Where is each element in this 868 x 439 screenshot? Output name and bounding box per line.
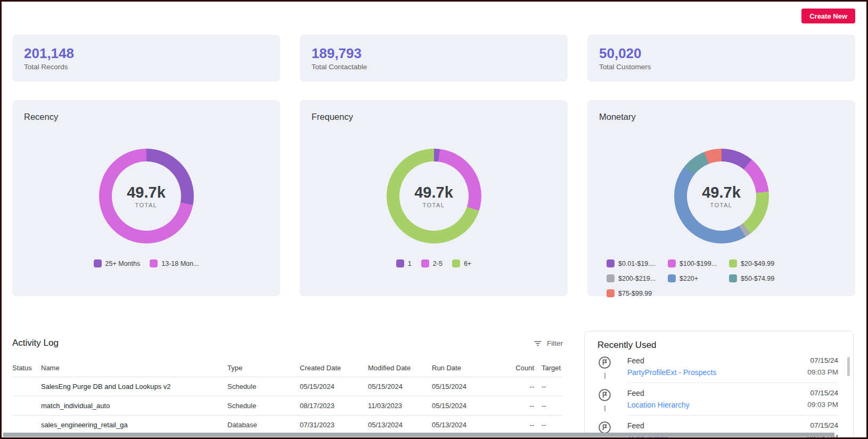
col-header-count: Count — [501, 364, 534, 372]
legend-item[interactable]: $0.01-$19.... — [607, 259, 668, 267]
col-header-target: Target — [534, 364, 563, 372]
chart-title: Monetary — [599, 112, 844, 122]
legend-label: $200-$219... — [618, 275, 656, 282]
legend-label: $0.01-$19.... — [618, 260, 656, 267]
legend-swatch — [668, 259, 676, 267]
legend-swatch — [607, 274, 615, 282]
legend-label: $20-$49.99 — [741, 260, 774, 267]
recently-used-panel: Recently Used Feed PartyProfileExt - Pro… — [584, 331, 854, 439]
item-time: 09:03 PM — [807, 367, 838, 378]
monetary-legend: $0.01-$19.... $100-$199... $20-$49.99 $2… — [599, 259, 844, 297]
legend-item[interactable]: $20-$49.99 — [729, 259, 790, 267]
feed-icon — [597, 388, 627, 402]
timeline-connector — [604, 405, 605, 411]
donut-total-label: TOTAL — [423, 202, 445, 208]
row-modified: 05/15/2024 — [368, 383, 432, 391]
row-count: -- — [501, 421, 534, 429]
row-target: -- — [534, 421, 563, 429]
legend-item[interactable]: 25+ Months — [94, 259, 141, 267]
activity-log-table: Status Name Type Created Date Modified D… — [12, 359, 563, 435]
row-type: Schedule — [227, 383, 300, 391]
charts-row: Recency 49.7k TOTAL 25+ Months 13-18 Mon… — [12, 100, 855, 296]
legend-swatch — [94, 259, 102, 267]
table-row[interactable]: match_individual_auto Schedule 08/17/202… — [12, 396, 563, 416]
legend-swatch — [607, 289, 615, 297]
recency-donut-chart[interactable]: 49.7k TOTAL — [99, 149, 194, 243]
col-header-created: Created Date — [300, 364, 368, 372]
legend-item[interactable]: 1 — [396, 259, 412, 267]
item-date: 07/15/24 — [807, 420, 838, 431]
legend-swatch — [150, 259, 158, 267]
legend-item[interactable]: $50-$74.99 — [729, 274, 790, 282]
row-type: Schedule — [227, 402, 300, 410]
frequency-donut-chart[interactable]: 49.7k TOTAL — [387, 149, 481, 243]
stat-label: Total Customers — [599, 63, 844, 71]
legend-item[interactable]: $100-$199... — [668, 259, 729, 267]
row-created: 08/17/2023 — [300, 402, 368, 410]
activity-log-title: Activity Log — [12, 338, 59, 348]
legend-label: 1 — [408, 260, 412, 267]
recently-used-title: Recently Used — [597, 340, 840, 351]
item-date: 07/15/24 — [807, 355, 838, 366]
recently-used-item: Feed Location Hierarchy 07/15/24 09:03 P… — [597, 383, 840, 416]
legend-item[interactable]: $220+ — [668, 274, 729, 282]
donut-center: 49.7k TOTAL — [674, 149, 769, 243]
row-name: match_individual_auto — [41, 402, 227, 410]
item-time: 09:03 PM — [807, 400, 838, 410]
timeline-connector — [604, 373, 605, 379]
stat-card-total-customers: 50,020 Total Customers — [587, 35, 855, 82]
legend-label: $220+ — [679, 275, 698, 282]
stat-label: Total Contactable — [312, 63, 556, 71]
legend-swatch — [668, 274, 676, 282]
chart-title: Frequency — [312, 112, 556, 122]
legend-swatch — [729, 259, 737, 267]
filter-button[interactable]: Filter — [533, 338, 563, 348]
legend-item[interactable]: 6+ — [452, 259, 471, 267]
row-created: 05/15/2024 — [300, 383, 368, 391]
table-row[interactable]: SalesEng Purge DB and Load Lookups v2 Sc… — [12, 377, 563, 396]
legend-label: 13-18 Mon... — [161, 260, 199, 267]
legend-item[interactable]: $75-$99.99 — [607, 289, 668, 297]
legend-swatch — [421, 259, 429, 267]
row-type: Database — [227, 421, 300, 429]
recently-used-scrollbar[interactable] — [847, 357, 850, 376]
col-header-run: Run Date — [432, 364, 501, 372]
feed-icon — [597, 355, 627, 370]
legend-swatch — [452, 259, 460, 267]
legend-label: 6+ — [464, 260, 471, 267]
legend-label: 25+ Months — [105, 260, 141, 267]
stat-card-total-contactable: 189,793 Total Contactable — [300, 35, 568, 82]
legend-item[interactable]: $200-$219... — [607, 274, 668, 282]
stat-card-total-records: 201,148 Total Records — [12, 35, 280, 82]
item-link[interactable]: Location Hierarchy — [627, 400, 690, 410]
row-count: -- — [501, 402, 534, 410]
col-header-name: Name — [41, 364, 227, 372]
frequency-legend: 1 2-5 6+ — [312, 259, 556, 267]
filter-icon — [533, 338, 543, 348]
item-type: Feed — [627, 388, 807, 399]
row-target: -- — [534, 402, 563, 410]
donut-total-label: TOTAL — [710, 202, 733, 208]
row-run: 05/15/2024 — [432, 402, 501, 410]
table-row[interactable]: sales_engineering_retail_ga Database 07/… — [12, 416, 563, 435]
monetary-donut-chart[interactable]: 49.7k TOTAL — [674, 149, 769, 243]
legend-swatch — [607, 259, 615, 267]
create-new-button[interactable]: Create New — [801, 9, 855, 23]
item-link[interactable]: PartyProfileExt - Prospects — [627, 367, 716, 378]
col-header-modified: Modified Date — [368, 364, 432, 372]
row-count: -- — [501, 383, 534, 391]
legend-item[interactable]: 13-18 Mon... — [150, 259, 199, 267]
chart-title: Recency — [24, 112, 268, 122]
dashboard-page: Create New 201,148 Total Records 189,793… — [0, 0, 868, 439]
row-run: 05/13/2024 — [432, 421, 501, 429]
donut-total: 49.7k — [702, 184, 741, 201]
recency-legend: 25+ Months 13-18 Mon... — [24, 259, 268, 267]
horizontal-scrollbar[interactable] — [3, 433, 834, 437]
recently-used-item: Feed PartyProfileExt - Prospects 07/15/2… — [597, 351, 840, 383]
col-header-type: Type — [227, 364, 300, 372]
stat-value: 201,148 — [24, 45, 268, 61]
donut-total: 49.7k — [414, 184, 453, 201]
stats-row: 201,148 Total Records 189,793 Total Cont… — [12, 35, 855, 82]
recency-chart-card: Recency 49.7k TOTAL 25+ Months 13-18 Mon… — [12, 100, 280, 296]
legend-item[interactable]: 2-5 — [421, 259, 443, 267]
